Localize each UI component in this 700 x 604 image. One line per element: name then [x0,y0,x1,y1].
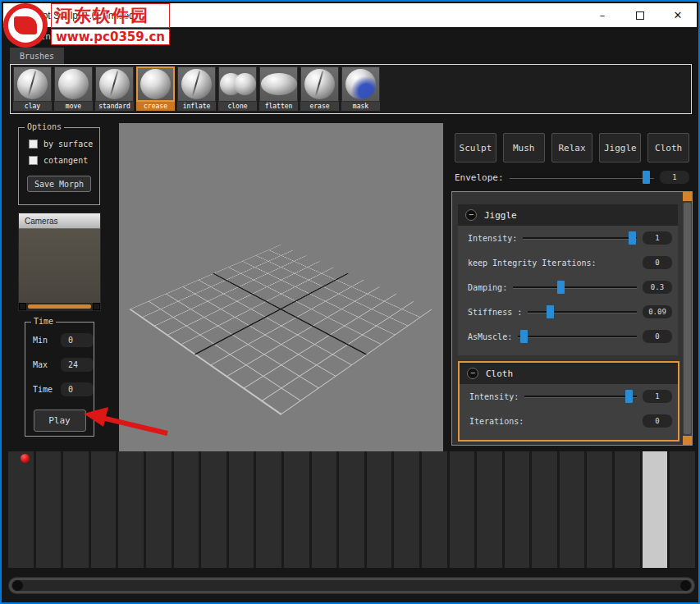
stiffness-slider[interactable] [528,305,637,318]
min-input[interactable]: 0 [61,333,94,347]
damping-value[interactable]: 0.3 [643,281,672,294]
crease-brush-icon [136,66,175,102]
cloth-intensity-value[interactable]: 1 [643,390,672,403]
cloth-intensity-slider[interactable] [524,390,637,403]
brush-standard[interactable]: standard [94,66,135,112]
timeline-frame-4[interactable] [118,451,144,568]
keep-integrity-label: keep Integrity Iterations: [468,259,597,268]
cotangent-checkbox[interactable] [29,156,38,165]
timeline-frame-0[interactable] [8,451,34,568]
timeline-frame-9[interactable] [256,451,281,568]
timeline-frame-23[interactable] [643,451,668,568]
timeline-frame-24[interactable] [670,451,695,568]
max-input[interactable]: 24 [61,358,94,372]
timeline-frame-8[interactable] [229,451,254,568]
envelope-slider[interactable] [510,171,654,184]
cameras-list[interactable] [19,229,100,303]
slider-handle[interactable] [629,231,636,245]
collapse-icon[interactable]: − [465,209,477,221]
timeline-frame-19[interactable] [532,451,557,568]
play-button[interactable]: Play [34,410,86,432]
intensity-slider[interactable] [523,231,637,245]
scroll-knob-left [12,580,23,591]
slider-handle[interactable] [547,305,554,318]
stiffness-value[interactable]: 0.09 [643,305,672,318]
timeline-frame-20[interactable] [560,451,585,568]
timeline-frame-16[interactable] [450,451,475,568]
cameras-scroll-track[interactable] [26,304,93,309]
timeline-frame-3[interactable] [91,451,117,568]
cameras-scrollbar[interactable] [19,303,100,310]
brush-erase[interactable]: erase [300,66,340,112]
playhead-marker[interactable] [21,454,30,463]
brush-move[interactable]: move [53,66,94,112]
timeline-frame-22[interactable] [615,451,640,568]
time-label: Time [33,385,56,394]
collapse-icon[interactable]: − [467,368,478,379]
timeline-frame-21[interactable] [587,451,612,568]
cloth-button[interactable]: Cloth [647,133,689,162]
timeline-scrollbar[interactable] [8,577,695,594]
save-morph-button[interactable]: Save Morph [27,176,91,192]
slider-track [513,286,637,289]
brush-mask[interactable]: mask [341,66,381,112]
slider-handle[interactable] [625,390,633,403]
scroll-down-button[interactable] [683,436,692,445]
keep-integrity-value[interactable]: 0 [643,256,672,269]
time-input[interactable]: 0 [61,382,94,396]
timeline-frame-7[interactable] [201,451,226,568]
timeline-frame-12[interactable] [339,451,364,568]
minimize-icon[interactable]: – [583,3,621,27]
intensity-value[interactable]: 1 [643,231,672,245]
slider-handle[interactable] [520,330,528,343]
options-legend: Options [25,122,64,131]
brush-label: mask [341,102,380,111]
damping-slider[interactable] [513,281,637,294]
by-surface-checkbox[interactable] [29,140,38,149]
brush-clone[interactable]: clone [217,66,258,112]
watermark-logo-icon [3,3,48,48]
close-icon[interactable]: ✕ [659,3,697,27]
sculpt-button[interactable]: Sculpt [455,133,496,162]
cloth-panel-header[interactable]: − Cloth [460,363,678,384]
jiggle-panel-header[interactable]: − Jiggle [458,204,678,226]
timeline-frame-14[interactable] [394,451,419,568]
timeline-frame-10[interactable] [284,451,309,568]
mask-brush-icon [341,66,380,102]
cameras-header[interactable]: Cameras [19,213,100,229]
scroll-right-button[interactable] [93,303,100,310]
brush-crease[interactable]: crease [135,66,176,112]
asmuscle-slider[interactable] [518,330,637,343]
brush-clay[interactable]: clay [12,66,53,112]
vertical-scroll-handle[interactable] [684,203,691,434]
jiggle-button[interactable]: Jiggle [599,133,641,162]
slider-handle[interactable] [643,171,650,184]
tab-brushes[interactable]: Brushes [10,48,64,64]
timeline-frame-1[interactable] [36,451,62,568]
timeline-frame-15[interactable] [422,451,447,568]
brush-flatten[interactable]: flatten [258,66,299,112]
timeline-frame-6[interactable] [174,451,199,568]
timeline-scroll-handle[interactable] [11,580,692,591]
cloth-iterations-value[interactable]: 0 [643,414,672,428]
erase-brush-icon [300,66,339,102]
envelope-value[interactable]: 1 [660,171,689,184]
timeline-frame-18[interactable] [505,451,530,568]
viewport-3d[interactable] [119,123,443,451]
brush-inflate[interactable]: inflate [176,66,217,112]
timeline-frame-17[interactable] [477,451,502,568]
scroll-left-button[interactable] [19,303,26,310]
timeline-frame-5[interactable] [146,451,172,568]
slider-handle[interactable] [557,281,565,294]
maximize-icon[interactable] [621,3,659,27]
vertical-scrollbar[interactable] [683,192,692,445]
cameras-scroll-handle[interactable] [28,304,91,309]
timeline-frame-2[interactable] [63,451,89,568]
scroll-knob-right [680,580,691,591]
relax-button[interactable]: Relax [551,133,593,162]
asmuscle-value[interactable]: 0 [643,330,672,343]
timeline-frame-11[interactable] [312,451,337,568]
timeline-frame-13[interactable] [367,451,392,568]
scroll-up-button[interactable] [683,192,692,201]
mush-button[interactable]: Mush [503,133,545,162]
